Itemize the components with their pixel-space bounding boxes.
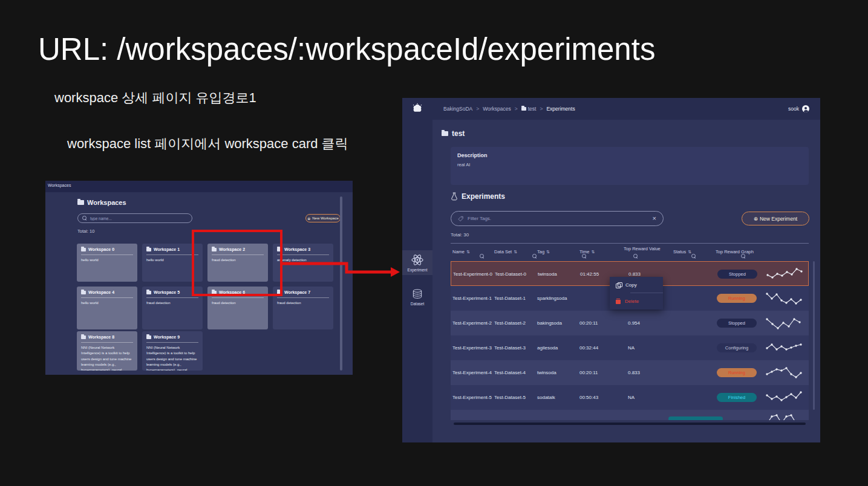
workspace-card-desc: anomaly detection <box>277 258 329 263</box>
sidebar-item-experiment[interactable]: Experiment <box>402 250 432 275</box>
sparkline-graph <box>766 365 804 381</box>
context-menu-copy[interactable]: Copy <box>610 277 663 293</box>
plus-circle-icon: ⊕ <box>754 216 758 222</box>
workspace-card-title: Workspace 8 <box>88 335 114 339</box>
workspace-card-title: Workspace 9 <box>154 335 180 339</box>
copy-icon <box>616 282 621 288</box>
workspace-card-desc: fraud detection <box>212 300 264 306</box>
tag-icon <box>458 216 463 222</box>
app-header: BakingSoDA > Workspaces > test > Experim… <box>432 98 820 120</box>
workspace-card-title: Workspace 1 <box>154 247 180 251</box>
plus-circle-icon: ⊕ <box>307 216 310 221</box>
workspace-card-0[interactable]: Workspace 0 hello world <box>77 244 137 282</box>
column-header-tag[interactable]: Tag⇅ <box>537 249 550 254</box>
clear-filter-icon[interactable]: × <box>653 215 656 222</box>
atom-icon <box>411 253 424 267</box>
description-panel: Description real AI <box>451 147 809 185</box>
workspace-total-count: Total: 10 <box>77 228 94 234</box>
new-experiment-label: New Experiment <box>760 216 797 222</box>
bakingsoda-logo-icon <box>411 103 424 116</box>
column-header-top-reward-graph[interactable]: Top Reward Graph <box>716 249 754 254</box>
column-search-icon[interactable] <box>582 254 587 259</box>
experiments-table: Name⇅ Data Set⇅ Tag⇅ Time⇅ Top Reward Va… <box>451 243 809 410</box>
column-search-icon[interactable] <box>532 254 537 259</box>
workspace-card-title: Workspace 7 <box>284 290 310 294</box>
description-label: Description <box>457 152 802 158</box>
filter-tags-field[interactable]: × <box>451 211 664 226</box>
status-badge: Finished <box>717 393 757 402</box>
copy-label: Copy <box>625 282 637 288</box>
workspaces-heading: Workspaces <box>77 199 126 206</box>
folder-icon <box>442 131 448 136</box>
column-header-status[interactable]: Status⇅ <box>673 249 691 254</box>
sort-icon[interactable]: ⇅ <box>688 250 691 254</box>
sort-icon[interactable]: ⇅ <box>591 250 595 254</box>
folder-icon <box>146 335 151 339</box>
sort-icon[interactable]: ⇅ <box>546 250 550 254</box>
breadcrumb-workspace[interactable]: test <box>521 106 537 112</box>
new-experiment-button[interactable]: ⊕ New Experiment <box>742 212 809 225</box>
column-search-icon[interactable] <box>691 254 696 259</box>
sparkline-graph <box>766 291 804 306</box>
slide-note-action: workspace list 페이지에서 workspace card 클릭 <box>67 135 348 153</box>
folder-icon <box>81 291 86 294</box>
experiment-row-3[interactable]: Test-Experiment-3 Test-Dataset-3 agileso… <box>451 335 809 360</box>
delete-label: Delete <box>625 299 639 304</box>
new-workspace-button[interactable]: ⊕ New Workspace <box>305 214 341 222</box>
column-header-dataset[interactable]: Data Set⇅ <box>494 249 517 254</box>
column-header-name[interactable]: Name⇅ <box>452 249 470 254</box>
column-header-top-reward-value[interactable]: Top Reward Value <box>624 246 658 252</box>
folder-icon <box>146 248 151 251</box>
breadcrumb: BakingSoDA > Workspaces > test > Experim… <box>443 106 575 112</box>
folder-icon <box>521 107 526 111</box>
experiments-total-count: Total: 30 <box>451 232 469 238</box>
window-titlebar: Workspaces <box>45 181 353 192</box>
vertical-scrollbar[interactable] <box>340 196 342 371</box>
sparkline-graph <box>766 412 804 420</box>
folder-icon <box>77 200 84 205</box>
sort-icon[interactable]: ⇅ <box>466 250 470 254</box>
workspace-search-input[interactable] <box>90 216 188 221</box>
context-menu-delete[interactable]: Delete <box>610 293 663 309</box>
experiment-row-5[interactable]: Test-Experiment-5 Test-Dataset-5 sodatal… <box>451 385 809 410</box>
workspace-card-desc: hello world <box>81 300 133 306</box>
flask-icon <box>451 192 458 201</box>
new-workspace-label: New Workspace <box>312 216 339 220</box>
user-avatar-icon[interactable] <box>802 105 809 112</box>
breadcrumb-separator: > <box>540 106 543 112</box>
breadcrumb-app[interactable]: BakingSoDA <box>443 106 472 112</box>
vertical-scrollbar[interactable] <box>813 261 815 410</box>
workspace-card-desc: hello world <box>146 258 198 263</box>
sparkline-graph <box>766 340 804 356</box>
column-search-icon[interactable] <box>633 254 638 259</box>
experiments-section-heading: Experiments <box>451 192 505 201</box>
workspace-title-label: test <box>452 129 465 138</box>
breadcrumb-workspaces[interactable]: Workspaces <box>483 106 511 112</box>
sort-icon[interactable]: ⇅ <box>514 250 517 254</box>
filter-tags-input[interactable] <box>468 216 648 221</box>
workspace-card-desc: hello world <box>81 258 133 263</box>
status-badge: Stopped <box>717 270 757 279</box>
breadcrumb-workspace-label: test <box>528 106 537 112</box>
sidebar-item-dataset[interactable]: Dataset <box>402 285 432 309</box>
slide-note-path: workspace 상세 페이지 유입경로1 <box>54 89 256 107</box>
workspace-card-4[interactable]: Workspace 4 hello world <box>77 287 137 329</box>
workspace-card-desc: NNI (Neural Network Intelligence) is a t… <box>146 345 198 371</box>
column-search-icon[interactable] <box>480 254 485 259</box>
horizontal-scrollbar[interactable] <box>454 423 806 425</box>
workspace-card-8[interactable]: Workspace 8 NNI (Neural Network Intellig… <box>77 331 137 371</box>
experiment-row-partial[interactable] <box>451 410 809 420</box>
status-badge: Configuring <box>717 343 757 352</box>
experiment-row-2[interactable]: Test-Experiment-2 Test-Dataset-2 bakings… <box>451 311 809 335</box>
description-value: real AI <box>457 162 802 167</box>
workspace-card-title: Workspace 5 <box>154 290 180 294</box>
column-header-time[interactable]: Time⇅ <box>579 249 595 254</box>
column-search-icon[interactable] <box>741 254 746 259</box>
user-name: sook <box>788 106 799 112</box>
experiment-row-4[interactable]: Test-Experiment-4 Test-Dataset-4 twinsod… <box>451 360 809 385</box>
window-label: Workspaces <box>48 183 71 187</box>
sidebar-experiment-label: Experiment <box>408 268 428 272</box>
workspace-card-title: Workspace 4 <box>88 290 114 294</box>
workspace-search-field[interactable] <box>77 213 192 223</box>
workspace-card-9[interactable]: Workspace 9 NNI (Neural Network Intellig… <box>142 331 203 371</box>
